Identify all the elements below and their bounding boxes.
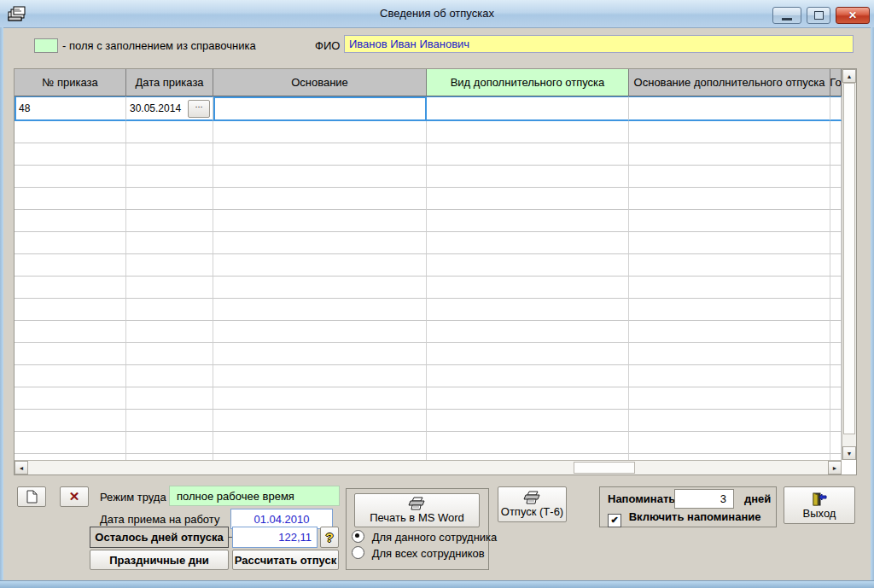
table-cell-empty	[830, 254, 842, 277]
new-record-button[interactable]	[17, 486, 46, 507]
vertical-scrollbar[interactable]: ▲ ▼	[842, 69, 856, 462]
table-row-empty[interactable]	[15, 343, 842, 365]
table-cell-empty	[427, 277, 629, 299]
table-row-empty[interactable]	[15, 232, 842, 254]
table-cell-empty	[629, 277, 830, 299]
table-cell-empty	[427, 365, 629, 387]
holidays-button[interactable]: Праздничные дни	[90, 550, 229, 570]
table-row-empty[interactable]	[15, 387, 842, 410]
table-cell-empty	[213, 343, 427, 365]
cell-additional-vacation-basis[interactable]	[629, 96, 830, 121]
table-cell-empty	[629, 121, 830, 143]
table-row-empty[interactable]	[15, 121, 842, 143]
table-cell-empty	[15, 232, 126, 254]
remind-days-input[interactable]: 3	[674, 489, 734, 509]
table-row-empty[interactable]	[15, 299, 842, 321]
table-cell-empty	[629, 365, 830, 387]
print-word-label: Печать в MS Word	[370, 511, 464, 524]
remind-checkbox-label: Включить напоминание	[629, 510, 761, 523]
table-cell-empty	[213, 232, 427, 254]
table-cell-empty	[15, 210, 126, 232]
table-cell-empty	[213, 277, 427, 299]
column-header-order-no: № приказа	[15, 69, 126, 96]
new-document-icon	[26, 490, 38, 504]
vacation-t6-button[interactable]: Отпуск (Т-6)	[498, 486, 567, 522]
table-row-selected[interactable]: 48 30.05.2014 ...	[15, 96, 842, 121]
cell-year[interactable]	[830, 96, 842, 121]
table-row-empty[interactable]	[15, 432, 842, 454]
remind-unit-label: дней	[744, 492, 771, 505]
radio-all-employees-label: Для всех сотрудников	[372, 547, 485, 560]
days-left-field[interactable]: 122,11	[232, 527, 318, 548]
table-cell-empty	[15, 277, 126, 299]
table-row-empty[interactable]	[15, 210, 842, 232]
radio-all-employees[interactable]: Для всех сотрудников	[352, 546, 485, 560]
scroll-down-button[interactable]: ▼	[842, 446, 856, 460]
table-row-empty[interactable]	[15, 166, 842, 188]
table-row-empty[interactable]	[15, 321, 842, 343]
hire-date-label: Дата приема на работу	[100, 513, 219, 526]
table-cell-empty	[213, 365, 427, 387]
cell-order-no[interactable]: 48	[15, 96, 126, 121]
titlebar: Сведения об отпусках ✕	[0, 0, 874, 28]
cell-basis-focused[interactable]	[213, 96, 427, 121]
vertical-scrollbar-thumb[interactable]	[843, 83, 855, 434]
table-cell-empty	[830, 121, 842, 143]
horizontal-scrollbar[interactable]: ◄ ►	[15, 460, 842, 474]
table-cell-empty	[126, 188, 213, 210]
table-row-empty[interactable]	[15, 410, 842, 432]
remind-checkbox[interactable]: ✔ Включить напоминание	[608, 510, 761, 527]
delete-record-button[interactable]: ✕	[60, 486, 89, 507]
work-mode-field[interactable]: полное рабочее время	[169, 486, 340, 506]
table-cell-empty	[830, 387, 842, 410]
table-cell-empty	[15, 387, 126, 410]
help-button[interactable]: ?	[320, 527, 339, 548]
scroll-left-button[interactable]: ◄	[15, 461, 28, 474]
legend-green-swatch	[34, 38, 58, 53]
table-row-empty[interactable]	[15, 365, 842, 387]
exit-button[interactable]: Выход	[784, 486, 855, 524]
exit-door-icon	[812, 492, 827, 506]
table-cell-empty	[629, 254, 830, 277]
radio-unselected-icon	[352, 546, 364, 559]
table-cell-empty	[15, 365, 126, 387]
scroll-left-icon: ◄	[19, 465, 25, 471]
close-button[interactable]: ✕	[836, 7, 870, 24]
cell-additional-vacation-type[interactable]	[427, 96, 629, 121]
table-cell-empty	[427, 232, 629, 254]
table-cell-empty	[126, 365, 213, 387]
table-cell-empty	[15, 299, 126, 321]
table-cell-empty	[629, 432, 830, 454]
table-cell-empty	[126, 210, 213, 232]
table-cell-empty	[629, 210, 830, 232]
date-picker-button[interactable]: ...	[188, 100, 210, 118]
table-cell-empty	[830, 277, 842, 299]
table-cell-empty	[126, 277, 213, 299]
table-cell-empty	[830, 343, 842, 365]
table-cell-empty	[213, 387, 427, 410]
cell-order-date[interactable]: 30.05.2014 ...	[126, 96, 213, 121]
scroll-up-button[interactable]: ▲	[842, 69, 856, 83]
scroll-right-button[interactable]: ►	[828, 461, 842, 474]
calculate-vacation-button[interactable]: Рассчитать отпуск	[232, 550, 339, 570]
table-cell-empty	[213, 121, 427, 143]
print-word-button[interactable]: Печать в MS Word	[354, 493, 480, 527]
table-row-empty[interactable]	[15, 188, 842, 210]
maximize-button[interactable]	[807, 7, 830, 24]
table-row-empty[interactable]	[15, 254, 842, 277]
table-row-empty[interactable]	[15, 277, 842, 299]
table-cell-empty	[15, 121, 126, 143]
table-row-empty[interactable]	[15, 143, 842, 166]
table-cell-empty	[427, 254, 629, 277]
table-cell-empty	[213, 188, 427, 210]
table-cell-empty	[830, 365, 842, 387]
radio-current-employee[interactable]: Для данного сотрудника	[352, 530, 497, 544]
horizontal-scrollbar-thumb[interactable]	[574, 462, 635, 474]
table-cell-empty	[126, 343, 213, 365]
printer-icon	[408, 497, 427, 510]
table-cell-empty	[427, 210, 629, 232]
minimize-button[interactable]	[772, 7, 801, 24]
table-cell-empty	[15, 143, 126, 166]
fio-field[interactable]: Иванов Иван Иванович	[344, 35, 854, 53]
table-cell-empty	[15, 254, 126, 277]
